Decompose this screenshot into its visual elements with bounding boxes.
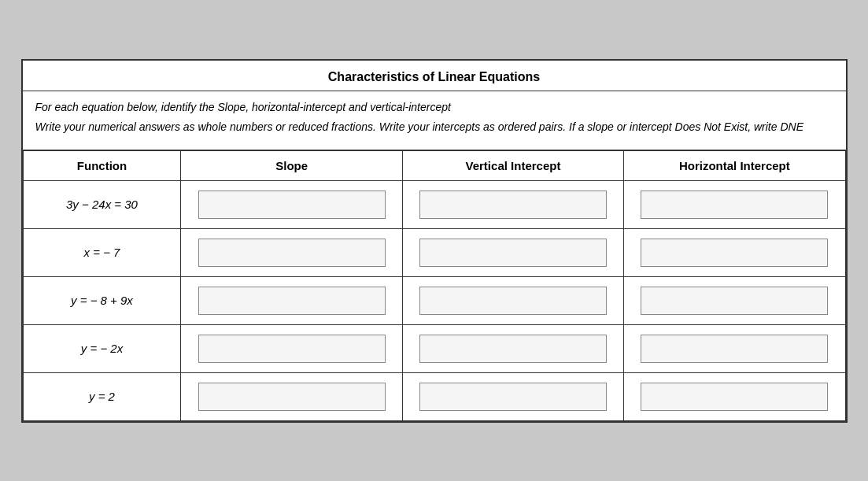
function-cell-4: y = − 2x [23,324,181,372]
title-section: Characteristics of Linear Equations [23,61,846,91]
table-row: y = − 8 + 9x [23,276,845,324]
horizontal-input-3[interactable] [641,287,828,315]
function-label-2: x = − 7 [84,246,120,259]
table-row: y = 2 [23,372,845,420]
function-cell-5: y = 2 [23,372,181,420]
slope-input-3[interactable] [198,287,386,315]
horizontal-cell-1 [624,180,845,228]
header-slope: Slope [181,150,402,180]
vertical-cell-2 [402,228,623,276]
instruction-line-1: For each equation below, identify the Sl… [35,99,833,116]
horizontal-input-1[interactable] [641,191,828,219]
table-row: 3y − 24x = 30 [23,180,845,228]
instruction-line-2: Write your numerical answers as whole nu… [35,119,833,135]
function-cell-2: x = − 7 [23,228,181,276]
function-label-4: y = − 2x [81,342,123,355]
vertical-input-3[interactable] [419,287,607,315]
function-label-1: 3y − 24x = 30 [66,198,138,211]
function-cell-1: 3y − 24x = 30 [23,180,181,228]
table-row: y = − 2x [23,324,845,372]
horizontal-cell-5 [624,372,845,420]
horizontal-input-4[interactable] [641,335,828,363]
slope-input-5[interactable] [198,383,386,411]
vertical-cell-1 [402,180,623,228]
vertical-input-1[interactable] [419,191,607,219]
worksheet-title: Characteristics of Linear Equations [328,70,540,83]
horizontal-input-2[interactable] [641,239,828,267]
table-row: x = − 7 [23,228,845,276]
slope-input-1[interactable] [198,191,386,219]
table-wrapper: Function Slope Vertical Intercept Horizo… [23,150,846,421]
slope-cell-3 [181,276,402,324]
vertical-input-4[interactable] [419,335,607,363]
slope-cell-4 [181,324,402,372]
header-function: Function [23,150,181,180]
slope-cell-5 [181,372,402,420]
vertical-cell-3 [402,276,623,324]
main-table: Function Slope Vertical Intercept Horizo… [23,150,846,421]
function-label-3: y = − 8 + 9x [71,294,133,307]
slope-cell-2 [181,228,402,276]
vertical-cell-4 [402,324,623,372]
slope-cell-1 [181,180,402,228]
horizontal-input-5[interactable] [641,383,828,411]
function-cell-3: y = − 8 + 9x [23,276,181,324]
instructions-section: For each equation below, identify the Sl… [23,91,846,150]
vertical-input-5[interactable] [419,383,607,411]
table-header-row: Function Slope Vertical Intercept Horizo… [23,150,845,180]
slope-input-4[interactable] [198,335,386,363]
horizontal-cell-2 [624,228,845,276]
horizontal-cell-4 [624,324,845,372]
worksheet: Characteristics of Linear Equations For … [21,59,848,423]
horizontal-cell-3 [624,276,845,324]
function-label-5: y = 2 [89,390,115,403]
vertical-cell-5 [402,372,623,420]
header-vertical: Vertical Intercept [402,150,623,180]
vertical-input-2[interactable] [419,239,607,267]
header-horizontal: Horizontal Intercept [624,150,845,180]
slope-input-2[interactable] [198,239,386,267]
